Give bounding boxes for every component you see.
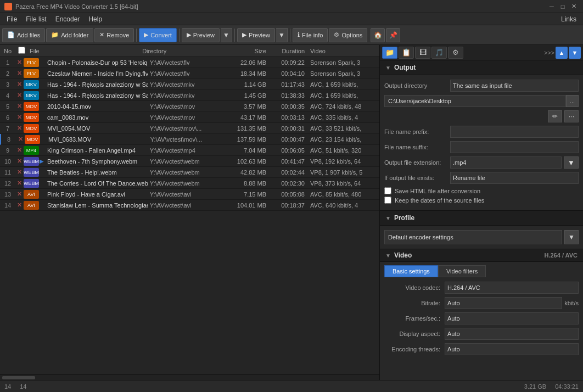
panel-tab-list[interactable]: 📋 — [399, 47, 414, 59]
save-html-checkbox[interactable] — [384, 187, 391, 194]
table-row[interactable]: 1 ✕ FLV Chopin - Polonaise-Dur op 53 'He… — [0, 57, 379, 68]
home-button[interactable]: 🏠 — [371, 28, 385, 42]
table-row[interactable]: 14 ✕ AVI Stanislaw Lem - Summa Technolog… — [0, 200, 379, 211]
row-size: 22.06 MB — [226, 59, 270, 66]
custom-dir-input[interactable] — [384, 95, 566, 107]
panel-tab-audio[interactable]: 🎵 — [431, 47, 447, 59]
table-row[interactable]: 9 ✕ MP4 King Crimson - Fallen Angel.mp4 … — [0, 145, 379, 156]
close-button[interactable]: ✕ — [569, 2, 579, 12]
row-remove-btn[interactable]: ✕ — [15, 158, 23, 165]
table-row[interactable]: 11 ✕ WEBM The Beatles - Help!.webm Y:\AV… — [0, 167, 379, 178]
scroll-thumb[interactable] — [2, 376, 35, 379]
table-row[interactable]: 7 ✕ MOV MVI_0054.MOV Y:\AV\vctest\mov\..… — [0, 123, 379, 134]
menu-help[interactable]: Help — [84, 14, 106, 24]
browse-dir-button[interactable]: ... — [566, 95, 579, 107]
file-info-button[interactable]: ℹ File info — [293, 28, 328, 42]
profile-select[interactable]: Default encoder settings — [384, 230, 562, 244]
row-directory: Y:\AV\vctest\mov\... — [148, 136, 226, 143]
file-type-badge: FLV — [24, 58, 39, 67]
table-row[interactable]: 4 ✕ MKV Has - 1964 - Rękopis znaleziony … — [0, 90, 379, 101]
preview2-button[interactable]: ▶ Preview — [237, 28, 275, 42]
row-remove-btn[interactable]: ✕ — [15, 169, 23, 176]
row-remove-btn[interactable]: ✕ — [15, 201, 23, 209]
separator — [136, 29, 137, 42]
keep-dates-checkbox[interactable] — [384, 197, 391, 204]
custom-dir-row: ... — [384, 95, 579, 107]
aspect-select[interactable]: Auto — [445, 328, 579, 340]
menu-encoder[interactable]: Encoder — [51, 14, 85, 24]
col-header-check[interactable] — [15, 47, 27, 55]
remove-button[interactable]: ✕ Remove — [94, 28, 134, 42]
table-row[interactable]: 8 ✕ MOV MVI_0683.MOV Y:\AV\vctest\mov\..… — [0, 134, 379, 145]
tab-basic-settings[interactable]: Basic settings — [384, 265, 438, 277]
table-row[interactable]: 12 ✕ WEBM The Corries - Lord Of The Danc… — [0, 178, 379, 189]
tab-video-filters[interactable]: Video filters — [438, 265, 486, 277]
panel-tab-settings[interactable]: ⚙ — [448, 47, 463, 59]
menu-filelist[interactable]: File list — [21, 14, 51, 24]
links-button[interactable]: Links — [557, 14, 581, 24]
codec-select[interactable]: H.264 / AVC — [445, 282, 579, 294]
panel-nav-down[interactable]: ▼ — [569, 47, 581, 59]
row-remove-btn[interactable]: ✕ — [16, 136, 24, 143]
add-files-button[interactable]: 📄 Add files — [2, 28, 45, 42]
preview1-button[interactable]: ▶ Preview — [182, 28, 220, 42]
more-icon-button[interactable]: ··· — [564, 110, 579, 122]
table-row[interactable]: 2 ✕ FLV Czeslaw Niemen - Inside I'm Dyin… — [0, 68, 379, 79]
maximize-button[interactable]: □ — [558, 2, 568, 12]
file-type-badge: WEBM — [24, 157, 39, 166]
output-dir-select[interactable]: The same as input file — [450, 80, 579, 92]
ext-browse-button[interactable]: ▼ — [564, 156, 579, 169]
profile-edit-button[interactable]: ▼ — [564, 230, 579, 244]
row-number: 10 — [0, 158, 15, 165]
row-remove-btn[interactable]: ✕ — [15, 59, 23, 66]
output-collapse-icon[interactable]: ▼ — [385, 65, 391, 71]
options-button[interactable]: ⚙ Options — [329, 28, 367, 42]
table-row[interactable]: 13 ✕ AVI Pink Floyd - Have a Cigar.avi Y… — [0, 189, 379, 200]
video-collapse-icon[interactable]: ▼ — [385, 253, 391, 259]
row-remove-btn[interactable]: ✕ — [15, 103, 23, 110]
row-remove-btn[interactable]: ✕ — [15, 125, 23, 132]
if-exists-select[interactable]: Rename file — [450, 172, 579, 184]
row-remove-btn[interactable]: ✕ — [15, 191, 23, 198]
pin-button[interactable]: 📌 — [386, 28, 400, 42]
fps-select[interactable]: Auto — [445, 312, 579, 324]
profile-collapse-icon[interactable]: ▼ — [385, 215, 391, 221]
row-filename: Beethoven - 7th Symphony.webm — [45, 158, 148, 165]
table-row[interactable]: 5 ✕ MOV 2010-04-15.mov Y:\AV\vctest\mov … — [0, 101, 379, 112]
bitrate-unit: kbit/s — [564, 300, 579, 306]
video-codec-info: H.264 / AVC — [544, 252, 578, 259]
table-row[interactable]: 6 ✕ MOV cam_0083.mov Y:\AV\vctest\mov 43… — [0, 112, 379, 123]
options-icon: ⚙ — [334, 31, 339, 38]
preview1-dropdown[interactable]: ▼ — [221, 28, 232, 42]
convert-button[interactable]: ▶ Convert — [139, 28, 177, 42]
table-row[interactable]: 10 ✕ WEBM ▶ Beethoven - 7th Symphony.web… — [0, 156, 379, 167]
ext-input[interactable] — [450, 156, 562, 169]
row-remove-btn[interactable]: ✕ — [15, 81, 23, 88]
check-all[interactable] — [18, 47, 25, 54]
preview2-dropdown[interactable]: ▼ — [276, 28, 288, 42]
row-remove-btn[interactable]: ✕ — [15, 147, 23, 154]
output-section-label: Output — [394, 64, 416, 71]
row-directory: Y:\AV\vctest\webm — [148, 158, 226, 165]
bitrate-field: Bitrate: Auto kbit/s — [384, 297, 579, 309]
table-row[interactable]: 3 ✕ MKV Has - 1964 - Rękopis znaleziony … — [0, 79, 379, 90]
panel-tab-folder[interactable]: 📁 — [382, 47, 397, 59]
minimize-button[interactable]: ─ — [547, 2, 557, 12]
add-folder-button[interactable]: 📁 Add folder — [46, 28, 93, 42]
menu-file[interactable]: File — [2, 14, 21, 24]
row-video: VP8, 192 kbit/s, 64 — [308, 158, 379, 165]
bitrate-select[interactable]: Auto — [445, 297, 562, 309]
row-remove-btn[interactable]: ✕ — [15, 114, 23, 121]
panel-nav-up[interactable]: ▲ — [556, 47, 568, 59]
row-remove-btn[interactable]: ✕ — [15, 70, 23, 77]
prefix-input[interactable] — [450, 126, 579, 138]
row-duration: 00:02:44 — [270, 169, 308, 176]
threads-select[interactable]: Auto — [445, 343, 579, 355]
suffix-input[interactable] — [450, 141, 579, 153]
row-remove-btn[interactable]: ✕ — [15, 92, 23, 99]
panel-tab-video[interactable]: 🎞 — [415, 47, 430, 59]
row-remove-btn[interactable]: ✕ — [15, 180, 23, 187]
file-type-badge: MKV — [24, 80, 39, 89]
horizontal-scrollbar[interactable] — [0, 374, 379, 380]
edit-icon-button[interactable]: ✏ — [548, 110, 562, 122]
